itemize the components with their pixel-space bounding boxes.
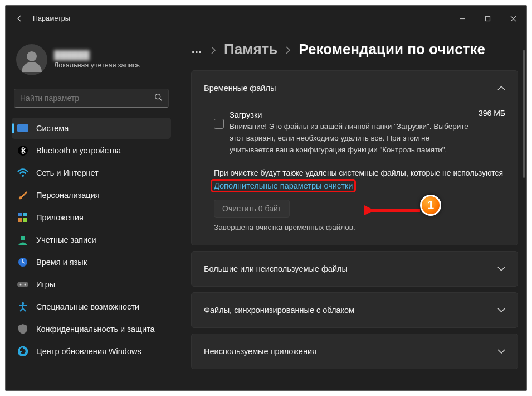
- search-input[interactable]: [20, 94, 154, 103]
- svg-rect-15: [17, 282, 28, 287]
- svg-rect-11: [18, 218, 22, 222]
- close-button[interactable]: [500, 6, 526, 31]
- avatar-icon: [16, 44, 47, 75]
- svg-rect-6: [21, 132, 25, 133]
- svg-rect-5: [17, 124, 28, 132]
- chevron-down-icon: [497, 347, 505, 356]
- svg-rect-9: [18, 213, 22, 216]
- panel-cloud: Файлы, синхронизированные с облаком: [191, 292, 518, 328]
- downloads-checkbox[interactable]: [214, 119, 224, 129]
- content: … Память Рекомендации по очистке Временн…: [177, 31, 526, 390]
- chevron-right-icon: [285, 41, 291, 58]
- update-icon: [17, 346, 28, 357]
- nav-label: Сеть и Интернет: [36, 168, 99, 177]
- svg-rect-12: [23, 218, 27, 222]
- nav-label: Персонализация: [36, 191, 100, 200]
- panel-cloud-header[interactable]: Файлы, синхронизированные с облаком: [192, 293, 518, 327]
- panel-title: Большие или неиспользуемые файлы: [204, 264, 348, 273]
- downloads-text: Загрузки Внимание! Это файлы из вашей ли…: [230, 109, 473, 156]
- sidebar: ██████ Локальная учетная запись Система …: [6, 31, 177, 390]
- system-icon: [17, 123, 28, 134]
- person-icon: [17, 234, 28, 245]
- nav-label: Игры: [36, 280, 55, 289]
- panel-title: Временные файлы: [204, 84, 276, 93]
- annotation-highlight: [211, 179, 356, 192]
- panel-temp-header[interactable]: Временные файлы: [192, 71, 518, 105]
- downloads-warning: Внимание! Это файлы из вашей личной папк…: [230, 121, 473, 156]
- nav-system[interactable]: Система: [12, 118, 171, 139]
- scrollbar[interactable]: [523, 50, 525, 178]
- breadcrumb-current: Рекомендации по очистке: [299, 41, 485, 58]
- accessibility-icon: [17, 301, 28, 312]
- nav-update[interactable]: Центр обновления Windows: [12, 341, 171, 362]
- panel-large-header[interactable]: Большие или неиспользуемые файлы: [192, 252, 518, 286]
- back-icon[interactable]: [16, 15, 23, 22]
- panel-temp: Временные файлы Загрузки Внимание! Это ф…: [191, 70, 518, 245]
- profile-text: ██████ Локальная учетная запись: [54, 50, 140, 69]
- svg-rect-10: [23, 213, 27, 216]
- nav-privacy[interactable]: Конфиденциальность и защита: [12, 318, 171, 340]
- nav-time[interactable]: Время и язык: [12, 252, 171, 273]
- nav-label: Время и язык: [36, 258, 87, 267]
- panel-title: Файлы, синхронизированные с облаком: [204, 306, 354, 315]
- nav-label: Центр обновления Windows: [36, 347, 141, 356]
- clean-button[interactable]: Очистить 0 байт: [214, 200, 290, 218]
- window-title: Параметры: [33, 15, 70, 22]
- app-window: Параметры ██████ Локальная учетная запис…: [5, 5, 527, 391]
- nav-label: Bluetooth и устройства: [36, 146, 121, 155]
- brush-icon: [17, 190, 28, 201]
- svg-point-18: [22, 302, 24, 305]
- cleanup-done-text: Завершена очистка временных файлов.: [214, 223, 505, 231]
- window-controls: [449, 6, 526, 31]
- chevron-down-icon: [497, 264, 505, 273]
- search-box[interactable]: [14, 89, 169, 108]
- nav-label: Приложения: [36, 213, 84, 222]
- minimize-button[interactable]: [449, 6, 475, 31]
- cleanup-note: При очистке будут также удалены системны…: [214, 167, 505, 179]
- nav-label: Специальные возможности: [36, 302, 139, 311]
- svg-line-4: [160, 98, 162, 100]
- nav-label: Конфиденциальность и защита: [36, 325, 155, 334]
- svg-point-17: [25, 284, 26, 286]
- profile-name: ██████: [54, 50, 140, 60]
- svg-rect-1: [485, 16, 490, 21]
- nav: Система Bluetooth и устройства Сеть и Ин…: [12, 118, 171, 362]
- nav-apps[interactable]: Приложения: [12, 207, 171, 228]
- gamepad-icon: [17, 279, 28, 290]
- nav-network[interactable]: Сеть и Интернет: [12, 162, 171, 183]
- svg-point-13: [21, 236, 25, 240]
- downloads-title: Загрузки: [230, 109, 473, 121]
- panel-apps-header[interactable]: Неиспользуемые приложения: [192, 334, 518, 369]
- nav-gaming[interactable]: Игры: [12, 274, 171, 295]
- svg-point-16: [20, 284, 22, 286]
- breadcrumb-storage[interactable]: Память: [224, 41, 277, 58]
- bluetooth-icon: [17, 145, 28, 156]
- nav-accounts[interactable]: Учетные записи: [12, 229, 171, 250]
- panel-apps: Неиспользуемые приложения: [191, 334, 518, 369]
- maximize-button[interactable]: [475, 6, 500, 31]
- advanced-cleanup-link[interactable]: Дополнительные параметры очистки: [214, 181, 353, 190]
- search-icon: [154, 93, 163, 104]
- body: ██████ Локальная учетная запись Система …: [6, 31, 526, 390]
- shield-icon: [17, 323, 28, 335]
- apps-icon: [17, 212, 28, 223]
- wifi-icon: [17, 167, 28, 178]
- panel-title: Неиспользуемые приложения: [204, 347, 316, 356]
- downloads-row: Загрузки Внимание! Это файлы из вашей ли…: [214, 109, 505, 156]
- chevron-up-icon: [497, 84, 505, 93]
- panel-large: Большие или неиспользуемые файлы: [191, 251, 518, 287]
- nav-personalization[interactable]: Персонализация: [12, 185, 171, 206]
- nav-label: Система: [36, 124, 69, 133]
- nav-bluetooth[interactable]: Bluetooth и устройства: [12, 140, 171, 161]
- svg-point-8: [22, 175, 24, 177]
- svg-point-3: [155, 94, 160, 99]
- breadcrumb-more[interactable]: …: [191, 43, 203, 56]
- profile[interactable]: ██████ Локальная учетная запись: [12, 31, 171, 81]
- titlebar: Параметры: [6, 6, 526, 31]
- clock-icon: [17, 257, 28, 268]
- chevron-right-icon: [211, 41, 216, 58]
- nav-label: Учетные записи: [36, 235, 96, 244]
- breadcrumb: … Память Рекомендации по очистке: [191, 41, 518, 58]
- nav-accessibility[interactable]: Специальные возможности: [12, 296, 171, 317]
- downloads-size: 396 МБ: [479, 109, 505, 118]
